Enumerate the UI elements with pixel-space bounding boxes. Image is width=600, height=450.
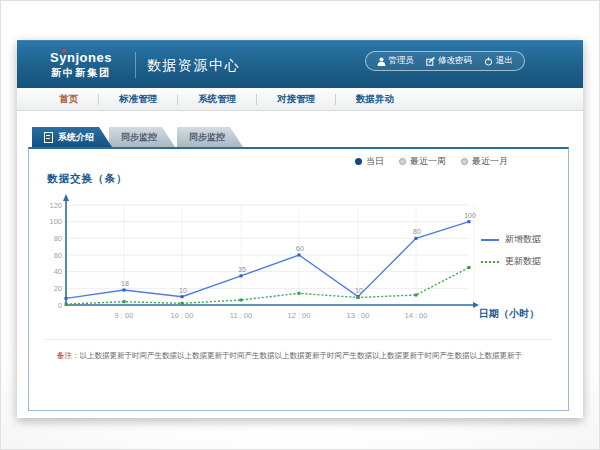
svg-text:12 : 00: 12 : 00 [288, 311, 311, 320]
page-background: { "header": { "logo": { "brand": "Synjon… [0, 0, 600, 450]
svg-text:14 : 00: 14 : 00 [405, 311, 428, 320]
tab-label: 系统介绍 [58, 127, 94, 147]
svg-text:10 : 00: 10 : 00 [171, 311, 194, 320]
filter-label: 最近一周 [410, 155, 446, 168]
user-icon [377, 57, 386, 66]
svg-text:9 : 00: 9 : 00 [115, 311, 134, 320]
filter-today[interactable]: 当日 [355, 155, 384, 168]
app-header: Synjones 新中新集团 数据资源中心 管理员 修改密码 [17, 40, 583, 88]
brand-text: Synjones [50, 50, 112, 65]
legend-updated-data[interactable]: 更新数据 [481, 255, 541, 268]
tab-label: 同步监控 [189, 132, 225, 142]
change-password-button[interactable]: 修改密码 [426, 55, 472, 67]
logout-label: 退出 [496, 55, 513, 67]
filter-last-month[interactable]: 最近一月 [461, 155, 508, 168]
power-icon [484, 57, 493, 66]
y-axis-title: 数据交换（条） [47, 172, 128, 186]
current-user[interactable]: 管理员 [377, 55, 415, 67]
svg-text:80: 80 [54, 234, 62, 243]
svg-text:0: 0 [58, 301, 62, 310]
nav-item-data-changes[interactable]: 数据异动 [336, 93, 414, 106]
svg-text:18: 18 [121, 280, 129, 287]
svg-text:100: 100 [464, 212, 476, 219]
svg-text:11 : 00: 11 : 00 [230, 311, 252, 320]
legend-label: 更新数据 [505, 255, 541, 268]
edit-icon [426, 57, 435, 66]
user-toolbar: 管理员 修改密码 退出 [365, 51, 526, 71]
brand-subtitle: 新中新集团 [31, 66, 131, 79]
document-icon [44, 132, 53, 143]
svg-text:80: 80 [413, 228, 421, 235]
svg-text:10: 10 [355, 287, 363, 294]
nav-item-system[interactable]: 系统管理 [178, 93, 256, 106]
radio-unselected-icon [399, 158, 406, 165]
svg-text:13 : 00: 13 : 00 [347, 311, 370, 320]
brand-name: Synjones [50, 51, 112, 65]
chart-panel: 当日 最近一周 最近一月 数据交换（条） 0204060801001209 : … [28, 147, 569, 411]
tab-sync-monitor-1[interactable]: 同步监控 [109, 127, 175, 147]
svg-text:60: 60 [296, 245, 304, 252]
brand-logo: Synjones 新中新集团 [31, 48, 131, 79]
legend-label: 新增数据 [505, 233, 541, 246]
nav-item-home[interactable]: 首页 [39, 93, 98, 106]
change-password-label: 修改密码 [438, 55, 472, 67]
panel-divider [45, 339, 552, 340]
svg-text:40: 40 [54, 267, 62, 276]
page-title: 数据资源中心 [147, 57, 240, 75]
tab-system-intro[interactable]: 系统介绍 [32, 127, 112, 147]
footnote: 备注：以上数据更新于时间产生数据以上数据更新于时间产生数据以上数据更新于时间产生… [57, 351, 554, 361]
tab-bar: 同步监控 同步监控 系统介绍 [17, 127, 583, 147]
app-window: Synjones 新中新集团 数据资源中心 管理员 修改密码 [17, 40, 583, 418]
tab-label: 同步监控 [121, 132, 157, 142]
filter-label: 当日 [366, 155, 384, 168]
svg-text:20: 20 [54, 284, 62, 293]
dotted-line-icon [481, 261, 499, 263]
svg-text:120: 120 [49, 201, 62, 210]
chart-legend: 新增数据 更新数据 [481, 233, 541, 268]
radio-unselected-icon [461, 158, 468, 165]
x-axis-title: 日期（小时） [479, 307, 539, 321]
footnote-label: 备注： [57, 351, 80, 360]
footnote-text: 以上数据更新于时间产生数据以上数据更新于时间产生数据以上数据更新于时间产生数据以… [80, 351, 523, 360]
legend-new-data[interactable]: 新增数据 [481, 233, 541, 246]
filter-last-week[interactable]: 最近一周 [399, 155, 446, 168]
nav-item-standards[interactable]: 标准管理 [99, 93, 177, 106]
svg-text:100: 100 [49, 217, 62, 226]
logout-button[interactable]: 退出 [484, 55, 513, 67]
svg-text:10: 10 [179, 287, 187, 294]
svg-text:35: 35 [238, 266, 246, 273]
solid-line-icon [481, 239, 499, 241]
header-divider [135, 52, 136, 78]
filter-label: 最近一月 [472, 155, 508, 168]
main-nav: 首页 标准管理 系统管理 对接管理 数据异动 [17, 88, 583, 111]
radio-selected-icon [355, 158, 362, 165]
tab-sync-monitor-2[interactable]: 同步监控 [177, 127, 243, 147]
time-range-filter: 当日 最近一周 最近一月 [355, 155, 508, 168]
user-name-label: 管理员 [389, 55, 415, 67]
svg-text:60: 60 [54, 251, 62, 260]
nav-item-integration[interactable]: 对接管理 [257, 93, 335, 106]
